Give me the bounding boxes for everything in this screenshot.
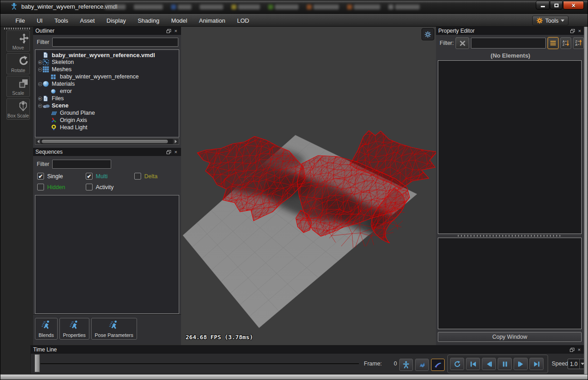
menu-item-file[interactable]: File [10,15,31,26]
window-frame-bottom [0,374,588,380]
tree-item-baby-winter-wyvern-reference[interactable]: baby_winter_wyvern_reference [35,73,179,80]
clear-filter-button[interactable] [456,37,469,49]
collapse-icon[interactable]: − [38,68,42,72]
collapse-icon[interactable]: − [38,104,42,108]
checkbox-unchecked-icon[interactable] [134,173,141,180]
checkbox-label: Hidden [47,184,65,190]
tree-item-skeleton[interactable]: +Skeleton [35,58,179,66]
expand-icon[interactable]: + [38,97,42,101]
runner-icon [108,320,119,331]
checkbox-activity[interactable]: Activity [86,184,134,190]
checkbox-hidden[interactable]: Hidden [37,184,86,190]
loop-button[interactable] [450,358,464,370]
close-panel-icon[interactable]: × [576,347,582,352]
skip-to-start-button[interactable] [466,358,480,370]
checkbox-checked-icon[interactable]: ✔ [37,173,44,180]
pause-button[interactable] [498,358,512,370]
rotate-tool-button[interactable]: Rotate [6,53,30,74]
float-panel-icon[interactable] [166,149,172,155]
list-view-button[interactable] [548,37,559,49]
property-editor-panel: Property Editor × Filter: A [436,27,585,345]
sequence-overlay-button[interactable] [431,359,445,371]
outliner-tree: baby_winter_wyvern_reference.vmdl+Skelet… [35,49,179,137]
float-panel-icon[interactable] [166,28,172,34]
motion-preview-button[interactable] [415,359,429,371]
speed-dropdown[interactable]: 1.0 [568,359,586,369]
properties-button[interactable]: Properties [59,318,89,340]
close-button[interactable]: × [563,1,584,10]
checkbox-multi[interactable]: ✔Multi [86,173,134,180]
toolbar-drag-handle[interactable] [4,28,30,29]
tree-item-files[interactable]: +Files [35,95,179,102]
tree-item-label: error [60,88,72,94]
tree-item-head-light[interactable]: Head Light [35,124,179,131]
swoosh-icon [434,361,442,369]
scrollbar-thumb[interactable] [42,140,168,143]
pe-filter-input[interactable] [471,38,546,49]
checkbox-delta[interactable]: Delta [134,173,178,180]
expand-icon[interactable]: + [38,60,42,64]
menu-item-ui[interactable]: UI [31,15,49,26]
viewport-3d[interactable]: 264.68 FPS (3.78ms) [181,27,436,345]
scale-tool-button[interactable]: Scale [6,76,30,97]
tools-dropdown-button[interactable]: Tools [532,16,568,25]
tree-item-ground-plane[interactable]: Ground Plane [35,109,179,117]
origin-axis-icon [51,117,58,123]
svg-text:A: A [575,43,578,46]
show-skeleton-button[interactable] [399,359,413,371]
timeline-scrubber-handle[interactable] [34,354,40,372]
float-panel-icon[interactable] [569,347,575,352]
pe-splitter[interactable] [438,234,582,238]
menu-item-display[interactable]: Display [101,15,132,26]
menu-item-lod[interactable]: LOD [231,15,255,26]
menu-item-asset[interactable]: Asset [74,15,101,26]
step-forward-button[interactable] [514,358,528,370]
close-panel-icon[interactable]: × [173,28,179,34]
sequences-list[interactable] [35,195,179,314]
close-panel-icon[interactable]: × [577,28,583,34]
clear-x-icon [460,40,466,46]
checkbox-checked-icon[interactable]: ✔ [86,173,93,180]
timeline-panel: Time Line × Frame: 0 [30,345,585,374]
tree-item-label: baby_winter_wyvern_reference [60,73,139,80]
sort-az-button[interactable]: A Z [560,37,571,49]
close-panel-icon[interactable]: × [173,149,179,155]
menu-item-animation[interactable]: Animation [193,15,231,26]
tree-item-baby-winter-wyvern-reference-vmdl[interactable]: baby_winter_wyvern_reference.vmdl [35,51,179,58]
float-panel-icon[interactable] [569,28,575,34]
checkbox-unchecked-icon[interactable] [86,184,93,190]
outliner-filter-input[interactable] [52,38,178,47]
pose-parameters-button[interactable]: Pose Parameters [91,318,137,340]
tree-item-materials[interactable]: −Materials [35,80,179,88]
tree-item-error[interactable]: error [35,88,179,95]
collapse-icon[interactable]: − [38,82,42,86]
scroll-left-icon[interactable] [35,139,41,144]
sort-za-button[interactable]: Z A [573,37,584,49]
menu-item-model[interactable]: Model [165,15,193,26]
checkbox-single[interactable]: ✔Single [37,173,86,180]
menu-item-tools[interactable]: Tools [49,15,74,26]
box-scale-tool-button[interactable]: Box Scale [6,98,30,120]
property-editor-title: Property Editor [438,28,475,34]
checkbox-unchecked-icon[interactable] [37,184,44,190]
timeline-track[interactable] [40,363,359,364]
frame-value: 0 [394,361,397,367]
move-tool-button[interactable]: Move [6,30,30,52]
skip-to-end-button[interactable] [529,358,544,370]
mesh-icon [43,66,50,73]
blends-button[interactable]: Blends [35,318,58,340]
tree-item-meshes[interactable]: −Meshes [35,66,179,73]
document-icon [43,95,50,102]
material-icon [43,81,50,87]
scroll-right-icon[interactable] [173,139,179,144]
sequences-filter-input[interactable] [52,160,111,169]
tree-item-scene[interactable]: −Scene [35,102,179,109]
step-back-button[interactable] [482,358,496,370]
outliner-hscrollbar[interactable] [35,138,179,145]
copy-window-button[interactable]: Copy Window [438,332,582,342]
maximize-button[interactable] [550,1,563,10]
tree-item-origin-axis[interactable]: Origin Axis [35,117,179,124]
viewport-settings-button[interactable] [421,28,434,40]
menu-item-shading[interactable]: Shading [132,15,165,26]
minimize-button[interactable] [536,1,549,10]
